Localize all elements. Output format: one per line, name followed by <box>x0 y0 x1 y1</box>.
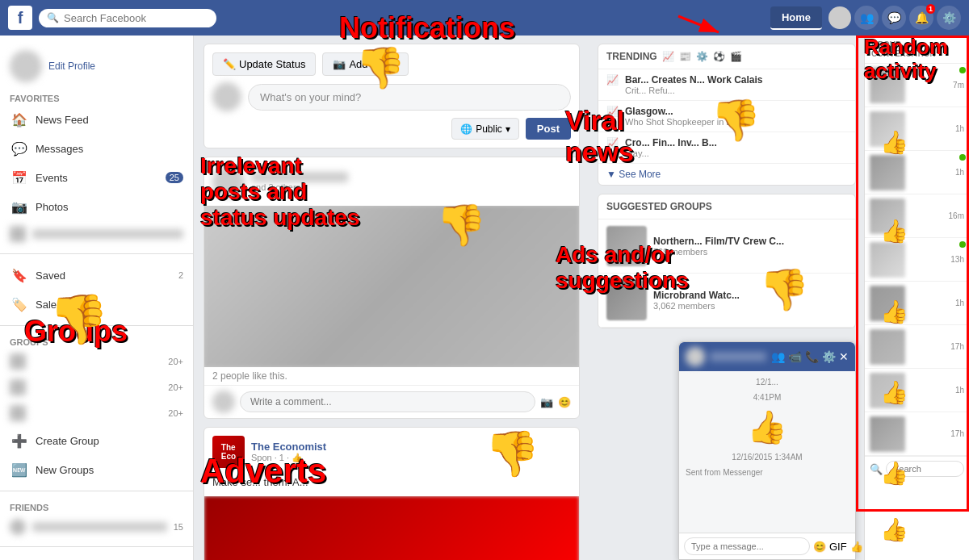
sidebar-item-group2[interactable]: 20+ <box>0 374 193 400</box>
compose-actions: ✏️ Update Status 📷 Add Photo <box>212 52 571 76</box>
messages-icon-btn[interactable]: 💬 <box>882 6 906 30</box>
thumbsup-emoji: 👍 <box>686 408 849 446</box>
search-input[interactable] <box>64 12 208 24</box>
favorites-section-label: FAVORITES <box>0 89 193 105</box>
sidebar-item-group1[interactable]: 20+ <box>0 349 193 374</box>
activity-item-1[interactable]: 7m <box>865 64 969 107</box>
saved-icon: 🔖 <box>10 265 29 285</box>
sidebar-item-newsfeed[interactable]: 🏠 News Feed <box>0 105 193 134</box>
public-selector[interactable]: 🌐 Public ▾ <box>451 118 519 140</box>
post-avatar: TheEco <box>212 436 245 468</box>
activity-search-input[interactable] <box>886 461 964 477</box>
sidebar-profile: Edit Profile <box>0 44 193 89</box>
activity-time: 17h <box>908 342 964 351</box>
activity-time: 1h <box>908 386 964 395</box>
activity-item-6[interactable]: 1h <box>865 282 969 325</box>
activity-time: 13h <box>908 255 964 264</box>
notifications-icon-btn[interactable]: 🔔 1 <box>909 6 933 30</box>
nav-avatar[interactable] <box>828 6 851 29</box>
activity-item-7[interactable]: 17h <box>865 325 969 369</box>
chat-video-icon[interactable]: 📹 <box>788 350 802 363</box>
sidebar-item-label <box>32 229 183 239</box>
chat-message-date: 12/1... <box>686 378 849 387</box>
group2-count: 20+ <box>168 382 183 392</box>
chat-input[interactable] <box>684 537 810 555</box>
comment-input[interactable] <box>240 391 535 412</box>
activity-item-5[interactable]: 13h <box>865 238 969 282</box>
home-nav-link[interactable]: Home <box>770 6 822 30</box>
group-icon <box>10 379 26 395</box>
chat-like-icon[interactable]: 👍 <box>850 541 863 553</box>
trending-see-more[interactable]: ▼ See More <box>598 164 855 185</box>
sidebar-item-blurred1[interactable] <box>0 221 193 247</box>
sidebar-item-label: Create Group <box>36 435 183 447</box>
post-body: Make se... them. A... <box>204 476 579 496</box>
activity-item-8[interactable]: 1h <box>865 369 969 412</box>
activity-thumbnail <box>870 373 905 408</box>
sidebar-item-salegroups[interactable]: 🏷️ Sale Groups <box>0 290 193 319</box>
events-badge: 25 <box>166 172 183 183</box>
sidebar-item-friend1[interactable]: 15 <box>0 514 193 540</box>
group-conversation-header: GROUP CONVERSATION <box>865 36 969 64</box>
chat-message-received: 12/16/2015 1:34AM <box>686 453 849 462</box>
newgroups-icon: 🆕 <box>10 460 29 479</box>
compose-avatar <box>212 82 241 111</box>
chat-emoji-icon[interactable]: 😊 <box>813 541 826 553</box>
sidebar-item-label: News Feed <box>36 114 177 126</box>
chat-gif-icon[interactable]: GIF <box>829 541 847 553</box>
activity-item-3[interactable]: 1h <box>865 151 969 194</box>
sidebar-item-group3[interactable]: 20+ <box>0 400 193 426</box>
feed-post-1: and 3 others 2 people like this. 📷 😊 <box>203 157 580 419</box>
sg-item-1[interactable]: Northern... Film/TV Crew C... 769 member… <box>598 219 855 274</box>
trending-item-1[interactable]: 📈 Bar... Creates N... Work Calais Crit..… <box>598 69 855 101</box>
sidebar-item-label: Events <box>36 172 159 184</box>
trending-item-3[interactable]: 📈 Cro... Fin... Inv... B... Play... <box>598 132 855 164</box>
activity-thumbnail <box>870 68 905 103</box>
sidebar-item-messages[interactable]: 💬 Messages <box>0 134 193 163</box>
chat-avatar <box>686 347 705 366</box>
nav-links: Home <box>770 6 822 30</box>
sg-members: 769 members <box>653 247 847 257</box>
friends-icon-btn[interactable]: 👥 <box>854 6 879 30</box>
sidebar-item-creategroup[interactable]: ➕ Create Group <box>0 426 193 455</box>
sidebar-item-saved[interactable]: 🔖 Saved 2 <box>0 261 193 290</box>
post-like-count: 2 people like this. <box>204 367 579 385</box>
trend-arrow-icon: 📈 <box>606 74 619 95</box>
group1-count: 20+ <box>168 357 183 366</box>
sg-item-2[interactable]: Microbrand Watc... 3,062 members <box>598 274 855 328</box>
edit-profile-button[interactable]: Edit Profile <box>48 61 95 72</box>
trending-header: TRENDING 📈 📰 ⚙️ ⚽ 🎬 <box>598 44 855 69</box>
post-button[interactable]: Post <box>526 118 571 140</box>
suggested-groups-header: SUGGESTED GROUPS <box>598 194 855 219</box>
chat-people-icon[interactable]: 👥 <box>771 350 785 363</box>
settings-icon-btn[interactable]: ⚙️ <box>937 6 961 30</box>
sidebar-item-newgroups[interactable]: 🆕 New Groups <box>0 455 193 484</box>
activity-item-4[interactable]: 16m <box>865 194 969 238</box>
suggested-groups-box: SUGGESTED GROUPS Northern... Film/TV Cre… <box>598 194 856 328</box>
chat-date-label: 12/1... <box>686 378 849 387</box>
activity-item-9[interactable]: 17h <box>865 412 969 456</box>
post-time: and 3 others <box>251 182 571 192</box>
activity-item-2[interactable]: 1h <box>865 107 969 151</box>
trending-item-2[interactable]: 📈 Glasgow... Who Shot Shopkeeper in Leg.… <box>598 101 855 132</box>
chat-popup: 👥 📹 📞 ⚙️ ✕ 12/1... 4:41PM 👍 12/16/2015 1… <box>678 341 856 560</box>
chat-phone-icon[interactable]: 📞 <box>805 350 819 363</box>
group3-count: 20+ <box>168 408 183 418</box>
activity-column: GROUP CONVERSATION 7m 1h 1h 16m 13h 1h <box>864 36 969 560</box>
friend-count: 15 <box>174 522 183 532</box>
chat-settings-icon[interactable]: ⚙️ <box>822 350 836 363</box>
post-image <box>204 206 579 367</box>
add-photo-button[interactable]: 📷 Add Photo <box>322 52 409 76</box>
trend-content: Glasgow... Who Shot Shopkeeper in Leg... <box>625 106 847 127</box>
activity-search: 🔍 <box>865 456 969 481</box>
chat-close-icon[interactable]: ✕ <box>839 350 849 363</box>
update-status-button[interactable]: ✏️ Update Status <box>212 52 316 76</box>
post-ad-image <box>204 496 579 560</box>
compose-input[interactable]: What's on your mind? <box>248 84 571 111</box>
comment-avatar <box>212 391 235 413</box>
activity-time: 1h <box>908 299 964 307</box>
sidebar-item-photos[interactable]: 📷 Photos <box>0 192 193 221</box>
newsfeed-icon: 🏠 <box>10 110 29 129</box>
search-bar[interactable]: 🔍 <box>39 9 216 27</box>
sidebar-item-events[interactable]: 📅 Events 25 <box>0 163 193 192</box>
